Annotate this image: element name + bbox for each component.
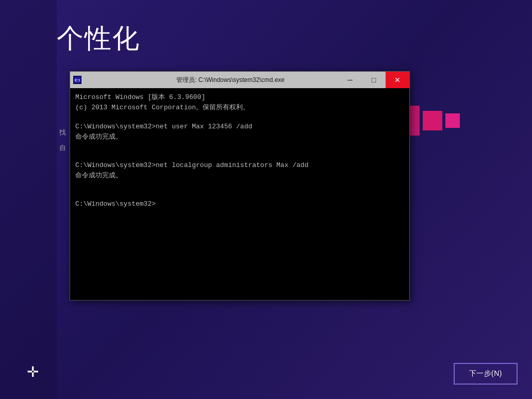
cmd-blank-line	[75, 190, 404, 199]
next-button[interactable]: 下一步(N)	[454, 363, 518, 385]
cmd-blank-line	[75, 151, 404, 160]
cmd-line: C:\Windows\system32>net localgroup admin…	[75, 160, 404, 171]
minimize-button[interactable]: ─	[338, 72, 362, 88]
close-button[interactable]: ✕	[386, 72, 409, 88]
page-title: 个性化	[57, 21, 140, 57]
cmd-window: C:\ 管理员: C:\Windows\system32\cmd.exe ─ □…	[70, 71, 410, 301]
cmd-icon: C:\	[73, 76, 81, 84]
cmd-line: C:\Windows\system32>net user Max 123456 …	[75, 122, 404, 132]
cmd-line: (c) 2013 Microsoft Corporation。保留所有权利。	[75, 103, 404, 113]
deco-square-med	[423, 111, 442, 130]
cmd-titlebar: C:\ 管理员: C:\Windows\system32\cmd.exe ─ □…	[70, 72, 409, 88]
cmd-line: C:\Windows\system32>	[75, 199, 404, 209]
cmd-body[interactable]: Microsoft Windows [版本 6.3.9600](c) 2013 …	[70, 88, 409, 300]
cmd-blank-line	[75, 142, 404, 151]
sidebar-label-1: 找	[59, 128, 66, 137]
left-sidebar-strip	[0, 0, 57, 399]
sidebar-label-2: 自	[59, 143, 66, 153]
cmd-title: 管理员: C:\Windows\system32\cmd.exe	[86, 76, 375, 85]
deco-square-small	[445, 113, 460, 128]
move-cursor-icon: ✛	[27, 363, 39, 380]
cmd-line: 命令成功完成。	[75, 171, 404, 181]
cmd-line: 命令成功完成。	[75, 132, 404, 142]
cmd-blank-line	[75, 180, 404, 190]
cmd-line: Microsoft Windows [版本 6.3.9600]	[75, 92, 404, 103]
maximize-button[interactable]: □	[362, 72, 386, 88]
cmd-controls: ─ □ ✕	[338, 72, 409, 88]
cmd-blank-line	[75, 112, 404, 122]
